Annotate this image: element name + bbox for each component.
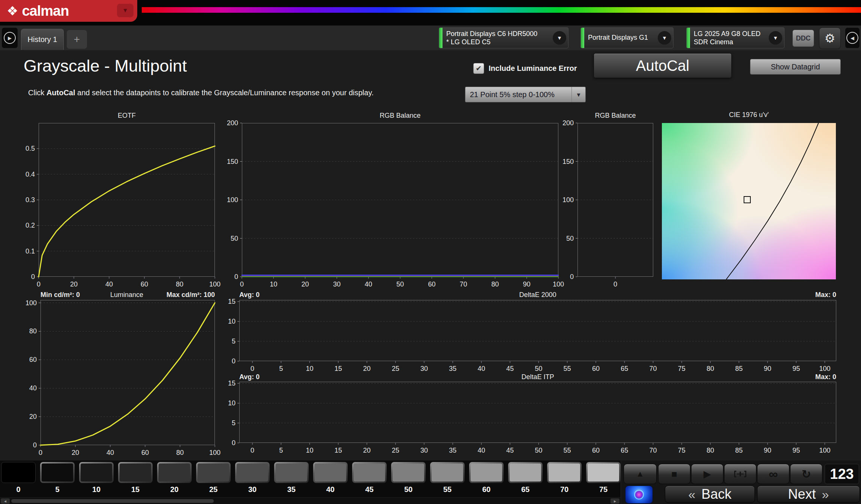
measurement-count-display[interactable]: 123 (825, 464, 859, 484)
patch-label: 35 (287, 485, 296, 494)
instruction-pre: Click (28, 88, 46, 97)
patch-label: 75 (599, 485, 608, 494)
gray-patch-button[interactable]: 35 (274, 462, 309, 494)
chevrons-left-icon: « (688, 487, 696, 502)
gray-patch-button[interactable]: 75 (586, 462, 621, 494)
patch-label: 5 (55, 485, 59, 494)
gray-patch-button[interactable]: 50 (391, 462, 426, 494)
svg-text:100: 100 (209, 280, 220, 288)
meter-selector-dropdown[interactable]: Portrait Displays C6 HDR5000 * LG OLED C… (439, 27, 568, 48)
calman-logo: ❖ calman ▼ (0, 0, 137, 22)
luminance-chart: 020406080100020406080100 (40, 300, 215, 445)
gray-patch-button[interactable]: 40 (313, 462, 348, 494)
chevron-left-icon: ◀ (846, 32, 858, 44)
calman-logo-icon: ❖ (7, 3, 18, 18)
continuous-measure-button[interactable]: ∞ (757, 464, 789, 484)
patch-label: 65 (521, 485, 530, 494)
patch-swatch (508, 462, 543, 483)
tab-history-1[interactable]: History 1 (21, 29, 64, 50)
gray-patch-button[interactable]: 10 (79, 462, 114, 494)
plus-icon: + (74, 33, 80, 45)
gray-patch-button[interactable]: 15 (118, 462, 153, 494)
rgb-balance-chart: 0501001502000102030405060708090100 (242, 123, 558, 277)
svg-text:30: 30 (420, 447, 428, 454)
svg-text:80: 80 (706, 447, 714, 454)
back-button[interactable]: « Back (665, 486, 755, 503)
patch-label: 0 (16, 485, 20, 494)
source-selector-dropdown[interactable]: Portrait Displays G1 ▼ (580, 27, 674, 48)
svg-text:20: 20 (70, 280, 78, 288)
svg-text:50: 50 (535, 447, 542, 454)
meter-line2: * LG OLED C5 (446, 38, 547, 46)
collapse-panel-button[interactable]: ◀ (845, 28, 860, 48)
loop-icon: ↻ (801, 468, 811, 481)
gray-patch-button[interactable]: 55 (430, 462, 465, 494)
points-preset-dropdown[interactable]: 21 Point 5% step 0-100% ▼ (465, 87, 586, 102)
gray-patch-button[interactable]: 20 (157, 462, 192, 494)
stop-icon: ■ (671, 468, 677, 480)
svg-text:55: 55 (564, 365, 571, 372)
play-measurement-button[interactable]: ▶ (691, 464, 723, 484)
scroll-right-button[interactable]: ► (610, 498, 620, 504)
svg-text:100: 100 (819, 447, 830, 454)
history-panel-expand-button[interactable]: ▶ (2, 28, 18, 48)
svg-text:40: 40 (365, 280, 372, 288)
gray-patch-button[interactable]: 5 (40, 462, 75, 494)
ddc-button[interactable]: DDC (792, 30, 814, 47)
include-luminance-error-checkbox[interactable]: ✔ Include Luminance Error (473, 63, 577, 74)
scrollbar-thumb[interactable] (11, 499, 214, 503)
svg-text:15: 15 (334, 365, 342, 372)
gray-patch-button[interactable]: 0 (1, 462, 36, 494)
svg-text:65: 65 (621, 447, 628, 454)
chevrons-right-icon: » (822, 487, 829, 502)
svg-text:200: 200 (562, 119, 574, 127)
patch-swatch (79, 462, 114, 483)
calman-logo-text: calman (22, 3, 69, 19)
gray-patch-button[interactable]: 65 (508, 462, 543, 494)
svg-text:55: 55 (564, 447, 571, 454)
autocal-button[interactable]: AutoCal (594, 53, 732, 78)
patch-scroll-up-button[interactable]: ▲ (624, 464, 657, 484)
patch-label: 50 (404, 485, 412, 494)
measurement-count-value: 123 (830, 466, 854, 482)
patch-swatch (352, 462, 387, 483)
svg-text:15: 15 (228, 298, 236, 305)
svg-text:80: 80 (176, 280, 183, 288)
stop-measurement-button[interactable]: ■ (658, 464, 690, 484)
gray-patch-button[interactable]: 25 (196, 462, 231, 494)
show-datagrid-button[interactable]: Show Datagrid (750, 59, 841, 75)
ddc-label: DDC (796, 34, 811, 42)
gray-patch-button[interactable]: 60 (469, 462, 504, 494)
single-measure-button[interactable] (724, 464, 756, 484)
svg-text:15: 15 (334, 447, 342, 454)
checkbox-box[interactable]: ✔ (473, 63, 484, 74)
gray-patch-button[interactable]: 70 (547, 462, 582, 494)
add-tab-button[interactable]: + (67, 30, 87, 49)
scroll-left-button[interactable]: ◄ (1, 498, 10, 504)
patch-label: 55 (443, 485, 452, 494)
pattern-window-button[interactable] (625, 486, 653, 504)
show-datagrid-label: Show Datagrid (771, 63, 820, 71)
svg-text:0: 0 (39, 449, 42, 456)
svg-text:40: 40 (29, 384, 37, 392)
loop-measure-button[interactable]: ↻ (790, 464, 822, 484)
main-menu-button[interactable]: ▼ (117, 4, 134, 17)
svg-text:80: 80 (491, 280, 499, 288)
gray-patch-button[interactable]: 30 (235, 462, 270, 494)
display-selector-dropdown[interactable]: LG 2025 A9 G8 OLED SDR Cinema ▼ (686, 27, 784, 48)
svg-text:0: 0 (31, 273, 35, 280)
patch-label: 30 (248, 485, 256, 494)
svg-text:80: 80 (29, 327, 37, 335)
gray-patch-button[interactable]: 45 (352, 462, 387, 494)
patch-swatch (40, 462, 75, 483)
svg-text:0.5: 0.5 (26, 145, 35, 152)
patch-scrollbar[interactable]: ◄ ► (0, 497, 620, 504)
patch-label: 45 (365, 485, 374, 494)
svg-text:0: 0 (240, 280, 244, 288)
svg-text:60: 60 (141, 449, 149, 456)
settings-button[interactable]: ⚙ (819, 27, 841, 49)
source-line1: Portrait Displays G1 (588, 34, 652, 42)
next-button[interactable]: Next » (757, 486, 860, 503)
patch-swatch (157, 462, 192, 483)
cie-title: CIE 1976 u'v' (662, 111, 836, 119)
